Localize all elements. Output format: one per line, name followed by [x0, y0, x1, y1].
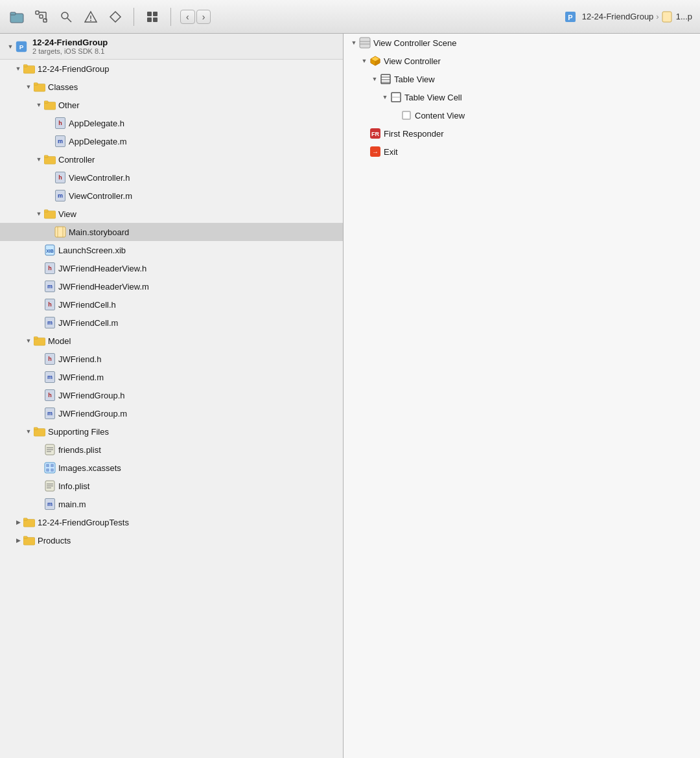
warning-icon[interactable]	[82, 8, 100, 26]
project-toggle[interactable]	[5, 41, 16, 52]
svg-rect-1	[10, 12, 16, 15]
file-item-label: friends.plist	[58, 445, 101, 455]
file-item-label: JWFriendCell.h	[58, 300, 116, 310]
file-tree-item[interactable]: friends.plist	[0, 441, 343, 459]
tree-toggle[interactable]	[34, 154, 44, 165]
plist-file-icon	[44, 444, 56, 455]
file-tree-item[interactable]: mAppDelegate.m	[0, 132, 343, 150]
svg-point-7	[62, 12, 68, 19]
tree-toggle[interactable]	[13, 535, 23, 546]
scene-tree-item[interactable]: → Exit	[344, 143, 700, 161]
file-tree-item[interactable]: XIB LaunchScreen.xib	[0, 241, 343, 259]
file-tree-item[interactable]: hJWFriendCell.h	[0, 295, 343, 314]
file-tree-item[interactable]: mJWFriend.m	[0, 368, 343, 386]
file-tree: 12-24-FriendGroup Classes OtherhAppDeleg…	[0, 60, 343, 549]
file-tree-item[interactable]: hViewController.h	[0, 168, 343, 187]
toolbar-separator-2	[170, 8, 171, 26]
file-tree-item[interactable]: hJWFriend.h	[0, 350, 343, 368]
file-item-label: Supporting Files	[48, 427, 109, 437]
scene-header-icon	[359, 37, 371, 49]
h-file-icon: h	[54, 172, 66, 183]
hierarchy-icon[interactable]	[32, 8, 51, 26]
file-tree-item[interactable]: hJWFriendGroup.h	[0, 386, 343, 404]
scene-tree-item[interactable]: FR First Responder	[344, 124, 700, 143]
first-responder-icon: FR	[369, 128, 381, 139]
svg-text:FR: FR	[371, 131, 379, 137]
file-item-label: JWFriendGroup.h	[58, 391, 125, 400]
file-tree-item[interactable]: mJWFriendHeaderView.m	[0, 277, 343, 295]
m-file-icon: m	[44, 498, 56, 510]
tree-toggle[interactable]	[13, 63, 23, 74]
forward-button[interactable]: ›	[196, 10, 211, 24]
grid-icon[interactable]	[143, 8, 161, 26]
tree-toggle[interactable]	[369, 74, 380, 84]
file-item-label: Classes	[48, 82, 78, 92]
file-item-label: ViewController.h	[69, 173, 130, 183]
file-tree-item[interactable]: 12-24-FriendGroupTests	[0, 513, 343, 531]
tree-toggle[interactable]	[23, 426, 34, 437]
breakpoint-icon[interactable]	[106, 8, 124, 26]
svg-rect-13	[147, 12, 152, 16]
file-tree-item[interactable]: Supporting Files	[0, 422, 343, 441]
scene-item-label: Table View Cell	[404, 93, 462, 102]
scene-tree-item[interactable]: Table View Cell	[344, 88, 700, 106]
file-tree-item[interactable]: mJWFriendCell.m	[0, 314, 343, 332]
file-tree-item[interactable]: Main.storyboard	[0, 223, 343, 241]
h-file-icon: h	[44, 389, 56, 401]
tree-toggle[interactable]	[23, 82, 34, 92]
file-tree-item[interactable]: mJWFriendGroup.m	[0, 404, 343, 422]
tree-toggle[interactable]	[34, 100, 44, 110]
file-item-label: Main.storyboard	[69, 227, 129, 237]
scene-item-label: First Responder	[384, 129, 443, 139]
file-tree-item[interactable]: Products	[0, 531, 343, 549]
folder-icon	[34, 426, 45, 437]
nav-buttons: ‹ ›	[180, 10, 211, 24]
file-tree-item[interactable]: View	[0, 205, 343, 223]
breadcrumb: P 12-24-FriendGroup › 1...p	[564, 10, 692, 23]
file-item-label: AppDelegate.h	[69, 119, 124, 128]
file-tree-item[interactable]: Classes	[0, 78, 343, 96]
file-item-label: ViewController.m	[69, 191, 132, 201]
file-tree-item[interactable]: Model	[0, 332, 343, 350]
file-item-label: Other	[58, 100, 80, 110]
file-item-label: 12-24-FriendGroupTests	[38, 518, 129, 527]
folder-icon	[44, 154, 56, 165]
tree-toggle[interactable]	[34, 209, 44, 219]
file-tree-item[interactable]: hJWFriendHeaderView.h	[0, 259, 343, 277]
project-header[interactable]: P 12-24-FriendGroup 2 targets, iOS SDK 8…	[0, 34, 343, 60]
file-item-label: JWFriendHeaderView.m	[58, 282, 149, 292]
svg-rect-16	[153, 17, 158, 22]
tree-toggle[interactable]	[349, 38, 359, 48]
scene-item-label: Table View	[394, 75, 435, 84]
search-icon[interactable]	[57, 8, 75, 26]
file-tree-item[interactable]: 12-24-FriendGroup	[0, 60, 343, 78]
svg-rect-58	[360, 38, 370, 48]
exit-icon: →	[369, 146, 381, 157]
file-item-label: Products	[38, 536, 71, 546]
back-button[interactable]: ‹	[180, 10, 195, 24]
scene-tree-item[interactable]: Table View	[344, 70, 700, 88]
file-tree-item[interactable]: Images.xcassets	[0, 459, 343, 477]
file-tree-item[interactable]: Other	[0, 96, 343, 114]
file-item-label: main.m	[58, 500, 86, 509]
svg-rect-49	[51, 468, 54, 472]
scene-tree-item[interactable]: Content View	[344, 106, 700, 124]
scene-tree-item[interactable]: View Controller	[344, 52, 700, 70]
scene-tree-item[interactable]: View Controller Scene	[344, 34, 700, 52]
tree-toggle[interactable]	[13, 517, 23, 527]
folder-icon[interactable]	[8, 8, 26, 26]
svg-marker-12	[110, 12, 121, 22]
file-tree-item[interactable]: mViewController.m	[0, 187, 343, 205]
file-tree-item[interactable]: Controller	[0, 150, 343, 168]
file-tree-item[interactable]: Info.plist	[0, 477, 343, 495]
tree-toggle[interactable]	[380, 92, 390, 102]
file-tree-item[interactable]: mmain.m	[0, 495, 343, 513]
tree-toggle[interactable]	[359, 56, 369, 66]
file-item-label: 12-24-FriendGroup	[38, 64, 110, 74]
file-tree-item[interactable]: hAppDelegate.h	[0, 114, 343, 132]
h-file-icon: h	[54, 117, 66, 129]
tree-toggle[interactable]	[23, 336, 34, 346]
scene-tree: View Controller Scene View Controller Ta…	[344, 34, 700, 161]
svg-rect-2	[36, 11, 39, 14]
file-item-label: JWFriendHeaderView.h	[58, 264, 146, 273]
